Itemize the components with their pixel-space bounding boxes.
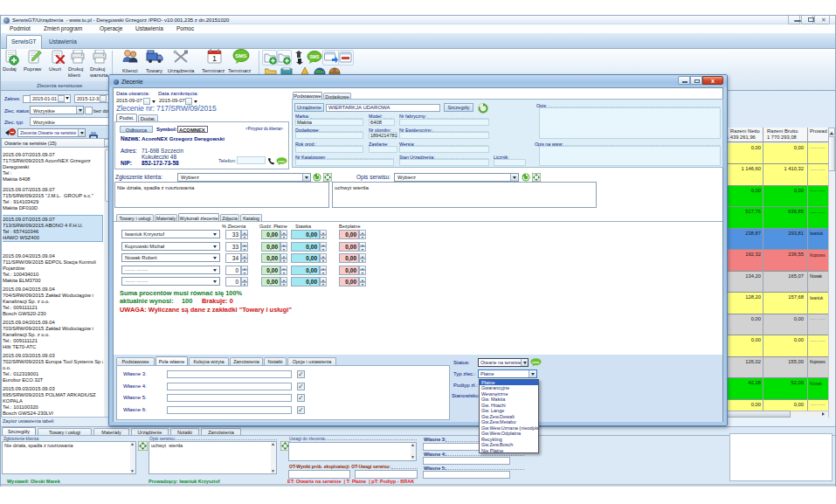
svg-text:SMS: SMS: [235, 53, 246, 59]
svg-text:1: 1: [212, 54, 217, 63]
svg-text:sms: sms: [532, 360, 540, 364]
svg-text:sms: sms: [278, 159, 286, 163]
svg-text:SMS: SMS: [309, 54, 320, 59]
